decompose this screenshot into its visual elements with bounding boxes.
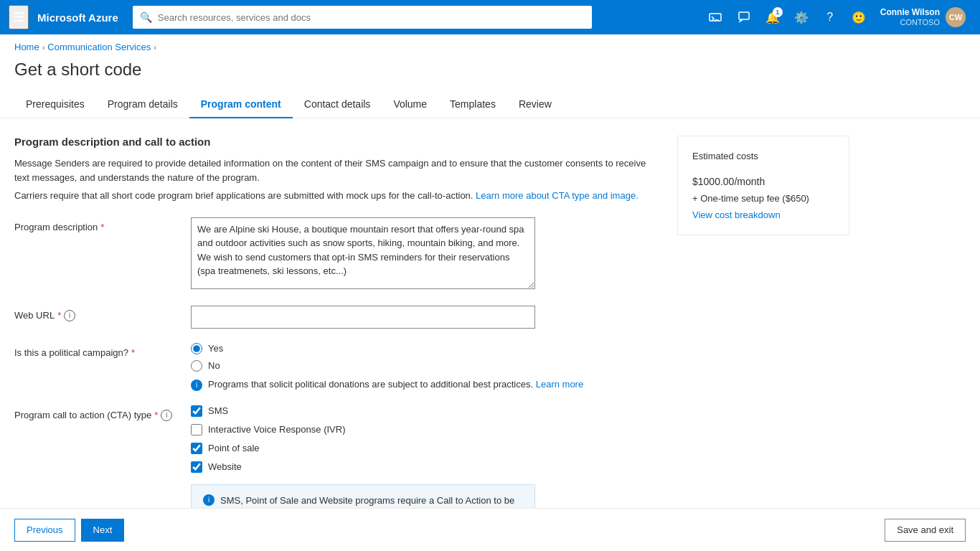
cloud-shell-icon[interactable] xyxy=(702,4,728,30)
chevron-icon: › xyxy=(42,43,45,52)
topbar-right: 🔔 1 ⚙️ ? 🙂 Connie Wilson CONTOSO CW xyxy=(702,4,971,30)
tab-program-content[interactable]: Program content xyxy=(189,91,293,118)
required-star: * xyxy=(100,222,104,232)
previous-button[interactable]: Previous xyxy=(14,519,75,542)
required-star-3: * xyxy=(131,347,135,358)
chevron-icon-2: › xyxy=(154,43,156,52)
breadcrumb: Home › Communication Services › xyxy=(0,34,980,57)
cta-learn-more-link[interactable]: Learn more about CTA type and image. xyxy=(476,190,639,201)
program-desc-label: Program description* xyxy=(14,217,179,232)
tab-program-details[interactable]: Program details xyxy=(96,91,189,118)
radio-no[interactable]: No xyxy=(191,360,660,372)
cta-info-icon[interactable]: i xyxy=(161,410,172,421)
breadcrumb-section[interactable]: Communication Services xyxy=(47,42,151,52)
tab-prerequisites[interactable]: Prerequisites xyxy=(14,91,96,118)
program-desc-control: We are Alpine ski House, a boutique moun… xyxy=(191,217,660,291)
checkbox-ivr[interactable]: Interactive Voice Response (IVR) xyxy=(191,424,660,435)
tab-review[interactable]: Review xyxy=(507,91,563,118)
help-icon[interactable]: ? xyxy=(817,4,843,30)
menu-icon[interactable]: ☰ xyxy=(9,5,29,29)
web-url-control: http://www.alpineskihouse.com/reminders/ xyxy=(191,306,660,329)
radio-yes[interactable]: Yes xyxy=(191,343,660,354)
section-desc-2: Carriers require that all short code pro… xyxy=(14,189,660,203)
program-desc-textarea[interactable]: We are Alpine ski House, a boutique moun… xyxy=(191,217,535,289)
tab-volume[interactable]: Volume xyxy=(382,91,438,118)
checkbox-pos-input[interactable] xyxy=(191,443,202,454)
required-star-2: * xyxy=(57,310,61,321)
radio-no-input[interactable] xyxy=(191,360,202,372)
political-radio-group: Yes No xyxy=(191,343,660,372)
checkbox-ivr-input[interactable] xyxy=(191,424,202,435)
checkbox-sms[interactable]: SMS xyxy=(191,405,660,417)
topbar: ☰ Microsoft Azure 🔍 🔔 1 ⚙️ ? 🙂 Connie Wi… xyxy=(0,0,980,34)
cost-breakdown-link[interactable]: View cost breakdown xyxy=(692,209,834,220)
user-info: Connie Wilson CONTOSO xyxy=(880,7,940,27)
section-title: Program description and call to action xyxy=(14,136,660,148)
web-url-info-icon[interactable]: i xyxy=(64,310,75,321)
cost-setup-fee: + One-time setup fee ($650) xyxy=(692,193,834,204)
notifications-icon[interactable]: 🔔 1 xyxy=(760,4,786,30)
search-input[interactable] xyxy=(158,12,585,23)
political-label: Is this a political campaign?* xyxy=(14,343,179,358)
bottom-bar: Previous Next Save and exit xyxy=(0,508,980,551)
radio-yes-input[interactable] xyxy=(191,343,202,354)
info-circle-icon-2: i xyxy=(203,494,215,506)
tabs-nav: Prerequisites Program details Program co… xyxy=(0,91,980,118)
cta-label: Program call to action (CTA) type * i xyxy=(14,405,179,421)
tab-contact-details[interactable]: Contact details xyxy=(293,91,382,118)
tab-templates[interactable]: Templates xyxy=(438,91,507,118)
political-note: i Programs that solicit political donati… xyxy=(191,379,660,391)
user-name: Connie Wilson xyxy=(880,7,940,17)
avatar: CW xyxy=(946,7,966,27)
cost-card-title: Estimated costs xyxy=(692,151,834,161)
section-desc-1: Message Senders are required to provide … xyxy=(14,156,660,184)
checkbox-pos[interactable]: Point of sale xyxy=(191,443,660,454)
smile-icon[interactable]: 🙂 xyxy=(846,4,872,30)
required-star-4: * xyxy=(154,410,158,420)
app-logo: Microsoft Azure xyxy=(37,11,118,24)
form-area: Program description and call to action M… xyxy=(14,136,660,531)
search-icon: 🔍 xyxy=(140,11,152,23)
notification-badge: 1 xyxy=(773,7,783,17)
search-bar: 🔍 xyxy=(133,6,592,29)
checkbox-website[interactable]: Website xyxy=(191,461,660,473)
svg-rect-2 xyxy=(739,12,749,19)
info-circle-icon: i xyxy=(191,380,202,391)
breadcrumb-home[interactable]: Home xyxy=(14,42,39,52)
program-desc-row: Program description* We are Alpine ski H… xyxy=(14,217,660,291)
political-row: Is this a political campaign?* Yes No i xyxy=(14,343,660,391)
web-url-label: Web URL* i xyxy=(14,306,179,321)
feedback-icon[interactable] xyxy=(731,4,757,30)
main-content: Program description and call to action M… xyxy=(0,118,980,551)
cost-card: Estimated costs $1000.00/month + One-tim… xyxy=(677,136,849,235)
page-title: Get a short code xyxy=(0,57,980,91)
cta-checkbox-group: SMS Interactive Voice Response (IVR) Poi… xyxy=(191,405,660,473)
political-control: Yes No i Programs that solicit political… xyxy=(191,343,660,391)
user-profile[interactable]: Connie Wilson CONTOSO CW xyxy=(875,4,971,30)
web-url-row: Web URL* i http://www.alpineskihouse.com… xyxy=(14,306,660,329)
user-org: CONTOSO xyxy=(880,18,940,27)
settings-icon[interactable]: ⚙️ xyxy=(788,4,814,30)
political-learn-more-link[interactable]: Learn more xyxy=(536,379,583,390)
save-exit-button[interactable]: Save and exit xyxy=(885,519,966,542)
next-button[interactable]: Next xyxy=(81,519,125,542)
cost-amount-row: $1000.00/month xyxy=(692,167,834,190)
cost-amount: $1000.00/month xyxy=(692,167,765,189)
checkbox-website-input[interactable] xyxy=(191,461,202,473)
checkbox-sms-input[interactable] xyxy=(191,405,202,417)
web-url-input[interactable]: http://www.alpineskihouse.com/reminders/ xyxy=(191,306,535,329)
